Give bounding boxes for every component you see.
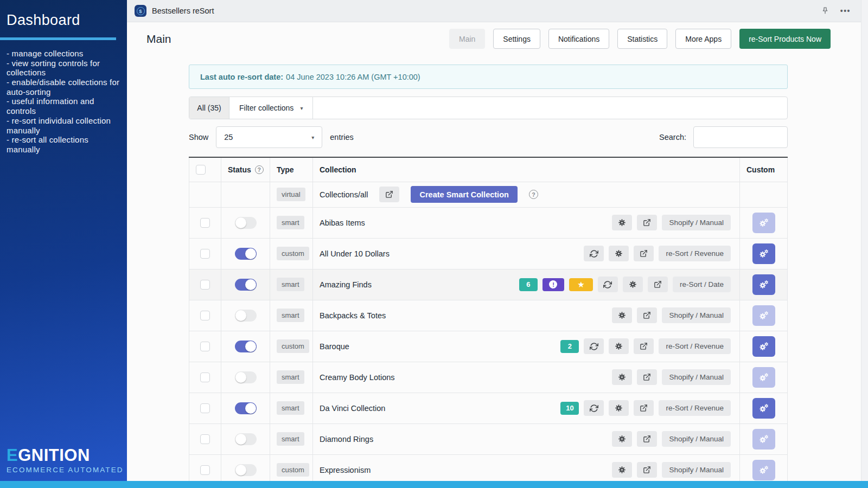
more-menu-icon[interactable]: •••	[840, 7, 851, 15]
external-link-icon	[640, 342, 648, 350]
status-toggle[interactable]	[235, 217, 257, 229]
status-toggle[interactable]	[235, 371, 257, 383]
external-link-icon	[643, 435, 651, 443]
help-icon[interactable]: ?	[529, 190, 538, 199]
table-row: customAll Under 10 Dollars re-Sort / Rev…	[189, 238, 788, 269]
settings-icon-button[interactable]	[609, 246, 629, 261]
sort-method-label: re-Sort / Revenue	[659, 400, 731, 416]
pin-icon[interactable]	[821, 7, 829, 15]
tab-more-apps[interactable]: More Apps	[675, 29, 731, 49]
toggle-knob	[235, 465, 246, 476]
sort-method-label: re-Sort / Revenue	[659, 246, 731, 261]
toggle-knob	[235, 310, 246, 321]
row-checkbox[interactable]	[200, 218, 210, 228]
sidebar-title-underline	[0, 37, 116, 40]
count-badge: 2	[560, 340, 579, 353]
settings-icon-button[interactable]	[612, 307, 632, 323]
status-toggle[interactable]	[235, 310, 257, 322]
resort-icon-button[interactable]	[584, 246, 604, 261]
topbar: $ Bestsellers reSort •••	[127, 0, 868, 22]
open-collection-button[interactable]	[379, 187, 399, 202]
status-help-icon[interactable]: ?	[255, 165, 264, 174]
star-icon: ★	[569, 278, 593, 291]
chevron-down-icon: ▾	[300, 105, 303, 111]
open-icon-button[interactable]	[637, 431, 657, 447]
toggle-knob	[245, 341, 256, 352]
row-checkbox[interactable]	[200, 403, 210, 413]
toggle-knob	[245, 248, 256, 259]
row-checkbox[interactable]	[200, 342, 210, 351]
exclamation-icon: !	[549, 280, 557, 288]
tab-statistics[interactable]: Statistics	[617, 29, 667, 49]
toggle-knob	[245, 403, 256, 414]
settings-icon-button[interactable]	[623, 277, 643, 292]
resort-icon-button[interactable]	[584, 400, 604, 416]
tab-all-collections[interactable]: All (35)	[189, 97, 229, 119]
status-toggle[interactable]	[235, 433, 257, 445]
row-checkbox[interactable]	[200, 249, 210, 259]
gear-icon	[615, 404, 623, 412]
custom-settings-button[interactable]	[752, 243, 775, 264]
logo-rest: GNITION	[18, 446, 90, 465]
resort-products-now-button[interactable]: re-Sort Products Now	[739, 29, 831, 49]
collection-name: Da Vinci Collection	[320, 404, 385, 413]
logo-accent-letter: E	[7, 446, 18, 465]
settings-icon-button[interactable]	[612, 369, 632, 385]
banner-value: 04 June 2023 10:26 AM (GMT +10:00)	[286, 73, 420, 81]
custom-settings-button[interactable]	[752, 274, 775, 295]
open-icon-button[interactable]	[648, 277, 668, 292]
status-toggle[interactable]	[235, 402, 257, 414]
table-row: customBaroque2 re-Sort / Revenue	[189, 331, 788, 362]
row-checkbox[interactable]	[200, 465, 210, 475]
search-input[interactable]	[693, 126, 788, 148]
count-badge: 6	[519, 278, 538, 291]
tab-settings[interactable]: Settings	[493, 29, 540, 49]
settings-icon-button[interactable]	[612, 215, 632, 230]
gear-icon	[618, 373, 626, 381]
open-icon-button[interactable]	[637, 215, 657, 230]
resort-icon-button[interactable]	[584, 338, 604, 354]
double-gear-icon	[758, 465, 769, 476]
type-badge: smart	[277, 216, 304, 229]
type-badge: smart	[277, 278, 304, 291]
collection-name: Collections/all	[320, 190, 368, 199]
gear-icon	[618, 435, 626, 443]
vertical-scrollbar[interactable]	[861, 0, 868, 488]
entries-per-page-select[interactable]: 25 ▾	[216, 126, 322, 148]
external-link-icon	[643, 466, 651, 474]
bottom-accent-strip	[0, 481, 868, 488]
open-icon-button[interactable]	[637, 369, 657, 385]
row-checkbox[interactable]	[200, 311, 210, 320]
toggle-knob	[245, 279, 256, 290]
table-row: smartBackpacks & Totes Shopify / Manual	[189, 300, 788, 331]
select-all-checkbox[interactable]	[196, 165, 206, 175]
settings-icon-button[interactable]	[609, 338, 629, 354]
open-icon-button[interactable]	[637, 462, 657, 478]
custom-settings-button	[752, 429, 775, 450]
count-badge: 10	[560, 402, 579, 415]
open-icon-button[interactable]	[634, 400, 654, 416]
settings-icon-button[interactable]	[612, 462, 632, 478]
row-checkbox[interactable]	[200, 373, 210, 382]
create-smart-collection-button[interactable]: Create Smart Collection	[411, 186, 517, 203]
settings-icon-button[interactable]	[609, 400, 629, 416]
status-toggle[interactable]	[235, 279, 257, 291]
status-toggle[interactable]	[235, 341, 257, 352]
custom-settings-button[interactable]	[752, 398, 775, 419]
tab-notifications[interactable]: Notifications	[548, 29, 609, 49]
row-checkbox[interactable]	[200, 280, 210, 290]
settings-icon-button[interactable]	[612, 431, 632, 447]
status-toggle[interactable]	[235, 248, 257, 260]
filter-collections-dropdown[interactable]: Filter collections ▾	[229, 97, 313, 119]
app-icon: $	[135, 5, 146, 17]
open-icon-button[interactable]	[634, 246, 654, 261]
open-icon-button[interactable]	[634, 338, 654, 354]
custom-settings-button[interactable]	[752, 336, 775, 357]
toggle-knob	[235, 434, 246, 445]
collection-name: All Under 10 Dollars	[320, 249, 390, 258]
open-icon-button[interactable]	[637, 307, 657, 323]
resort-icon-button[interactable]	[598, 277, 618, 292]
row-checkbox[interactable]	[200, 434, 210, 444]
status-toggle[interactable]	[235, 464, 257, 476]
double-gear-icon	[758, 310, 769, 321]
